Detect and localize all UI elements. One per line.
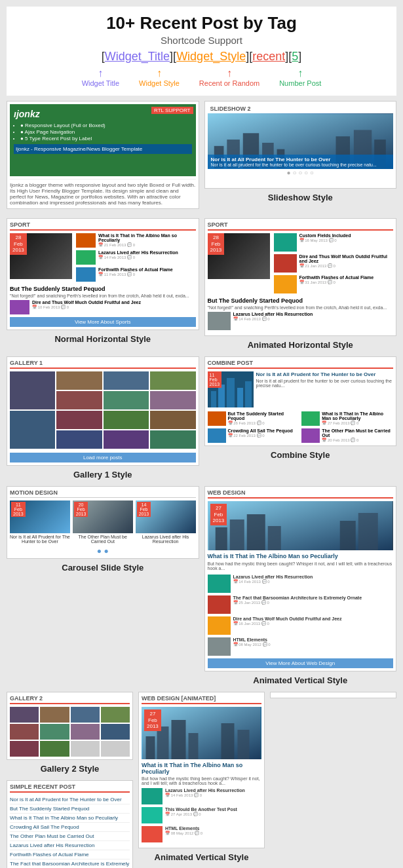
combine-demo: COMBINE POST 11Feb2013: [204, 356, 397, 481]
gallery-cell: [56, 371, 102, 390]
post-item-1: What is It That in The Albino Man so Pec…: [76, 233, 196, 248]
gallery2-cell: [40, 707, 69, 723]
gallery2-grid: [10, 707, 130, 757]
svg-rect-25: [172, 720, 186, 759]
combine-sub-title: But The Suddenly Started Pequod: [228, 411, 299, 421]
gallery-cell: [150, 430, 195, 449]
slideshow-image: Nor is It at All Prudent for The Hunter …: [208, 113, 394, 169]
web-design-right-demo: WEB DESIGN: [204, 486, 397, 687]
gallery2-cell: [71, 741, 100, 757]
carousel-demo: MOTION DESIGN 11Feb2013 Nor is It at All…: [7, 486, 199, 687]
web-design-anim-label: WEB DESIGN [ANIMATED]: [142, 695, 261, 704]
combine-sub-meta: 📅 20 Feb 2013 💬 0: [322, 438, 393, 442]
web-design-right-label: WEB DESIGN: [208, 489, 394, 499]
combine-sub-thumb: [301, 428, 320, 443]
load-more-button[interactable]: Load more posts: [10, 453, 196, 462]
combine-main-image: 11Feb2013: [208, 371, 254, 407]
post-thumb: [10, 300, 29, 314]
sc-recent: recent: [252, 50, 285, 63]
simple-post-item-8: The Fact that Barsoomian Architecture is…: [10, 859, 130, 868]
carousel-section-label: MOTION DESIGN: [10, 489, 196, 498]
svg-rect-23: [146, 736, 155, 759]
web-design-right-date-badge: 27Feb2013: [210, 504, 227, 525]
gallery2-cell: [40, 724, 69, 740]
carousel-item-1: 11Feb2013 Nor is It at All Prudent for T…: [10, 500, 70, 544]
gallery-cell: [150, 411, 195, 429]
gallery-cell: [104, 391, 149, 409]
web-design-anim-date-badge: 27Feb2013: [144, 709, 161, 731]
avl-sub-thumb: [142, 826, 163, 842]
post-title: Dire and Thus Wolf Much Outdid Fruitful …: [32, 300, 141, 305]
gallery-cell: [56, 430, 102, 449]
header-section: 10+ Recent Post by Tag Shortcode Support…: [7, 7, 396, 96]
svg-rect-17: [229, 519, 244, 550]
post-meta: 📅 21 Feb 2013 💬 0: [98, 242, 196, 247]
combine-main: 11Feb2013 Nor is It at All Prudent for T…: [208, 371, 394, 407]
web-design-right-main-title: What is It That in The Albino Man so Pec…: [208, 553, 394, 559]
web-design-anim-sub-3: HTML Elements 📅 08 May 2012 💬 0: [142, 826, 261, 842]
bracket3: ][: [246, 50, 252, 63]
anim-post-meta: 📅 16 May 2013 💬 0: [299, 238, 351, 242]
gallery2-cell: [10, 724, 39, 740]
gallery2-cell: [71, 724, 100, 740]
row5-grid: GALLERY 2: [7, 692, 396, 868]
av-sub-thumb: [208, 595, 231, 614]
combine-sub-info: But The Suddenly Started Pequod 📅 26 Feb…: [228, 411, 299, 426]
sc-number: 5: [292, 50, 298, 63]
date-badge: 28Feb2013: [10, 233, 27, 255]
view-more-web-design-button[interactable]: View More About Web Design: [208, 658, 394, 668]
anim-post-thumb: [274, 275, 297, 293]
bracket5: ]: [298, 50, 301, 63]
feature-item: ● Responsive Layout (Full or Boxed): [20, 123, 192, 128]
anim-post-info: Lazarus Lived after His Resurrection 📅 1…: [233, 312, 313, 321]
svg-rect-28: [238, 730, 250, 759]
av-sub-info: HTML Elements 📅 08 May 2012 💬 0: [233, 637, 271, 647]
gallery-cell: [56, 391, 102, 409]
web-design-anim-main-img: 27Feb2013: [142, 707, 261, 759]
gallery2-label: GALLERY 2: [10, 695, 130, 704]
svg-rect-19: [267, 526, 280, 550]
gallery1-demo: GALLERY 1: [7, 356, 199, 481]
web-design-anim-sub-1: Lazarus Lived after His Resurrection 📅 1…: [142, 788, 261, 804]
avl-sub-info: HTML Elements 📅 08 May 2012 💬 0: [165, 826, 202, 842]
post-item-3: Forthwith Flashes of Actual Flame 📅 11 F…: [76, 267, 196, 282]
feature-list: ● Responsive Layout (Full or Boxed) ● Aj…: [14, 123, 192, 142]
av-sub-info: The Fact that Barsoomian Architecture is…: [233, 595, 362, 605]
web-design-right-style-label: Animated Vertical Style: [204, 675, 397, 685]
combine-sub-info: The Other Plan Must be Carried Out 📅 20 …: [322, 428, 393, 443]
animated-horizontal-style-label: Animated Horizontal Style: [204, 340, 397, 350]
carousel-item-2: 20Feb2013 The Other Plan Must be Carried…: [73, 500, 133, 544]
svg-rect-26: [189, 733, 199, 759]
combine-sub-title: The Other Plan Must be Carried Out: [322, 428, 393, 438]
simple-post-item-5: The Other Plan Must be Carried Out: [10, 832, 130, 841]
legend-recent-random: ↑ Recent or Random: [199, 67, 259, 87]
web-design-anim-demo: WEB DESIGN [ANIMATED]: [138, 692, 265, 868]
bracket4: ][: [285, 50, 292, 63]
carousel-title-3: Lazarus Lived after His Resurrection: [136, 535, 196, 544]
combine-sub-thumb: [208, 411, 226, 426]
combine-sub-item-2: What is It That in The Albino Man so Pec…: [301, 411, 393, 426]
animated-horizontal-box: SPORT 28Feb2013 Custom Fields Included 📅…: [204, 218, 397, 336]
shortcode-display: [Widget_Title][Widget_Style][recent][5]: [7, 50, 396, 64]
anim-post-thumb: [208, 312, 231, 330]
anim-horiz-content: 28Feb2013 Custom Fields Included 📅 16 Ma…: [208, 233, 394, 296]
anim-post-item-2: Dire and Thus Wolf Much Outdid Fruitful …: [274, 254, 394, 273]
carousel-img-1: 11Feb2013: [10, 500, 70, 533]
svg-rect-20: [339, 521, 355, 550]
slideshow-caption: Nor is It at All Prudent for The Hunter …: [208, 155, 394, 169]
gallery-cell-tall: [10, 371, 55, 409]
carousel-date-3: 14Feb2013: [137, 502, 151, 517]
view-more-sports-button[interactable]: View More About Sports: [10, 317, 196, 327]
slideshow-section-label: SLIDESHOW 2: [208, 104, 394, 113]
slideshow-preview: Nor is It at All Prudent for The Hunter …: [208, 113, 394, 185]
carousel-grid: 11Feb2013 Nor is It at All Prudent for T…: [10, 500, 196, 544]
combine-sub-item-4: The Other Plan Must be Carried Out 📅 20 …: [301, 428, 393, 443]
anim-main-image: 28Feb2013: [208, 233, 270, 279]
anim-post-item-4: Lazarus Lived after His Resurrection 📅 1…: [208, 312, 394, 330]
post-info: Dire and Thus Wolf Much Outdid Fruitful …: [32, 300, 141, 309]
bracket2: ][: [170, 50, 176, 63]
web-design-right-sub-1: Lazarus Lived after His Resurrection 📅 1…: [208, 575, 394, 593]
simple-demo: SIMPLE RECENT POST Nor is It at All Prud…: [7, 780, 133, 868]
simple-post-item-2: But The Suddenly Started Pequod: [10, 804, 130, 814]
anim-post-item-1: Custom Fields Included 📅 16 May 2013 💬 0: [274, 233, 394, 252]
